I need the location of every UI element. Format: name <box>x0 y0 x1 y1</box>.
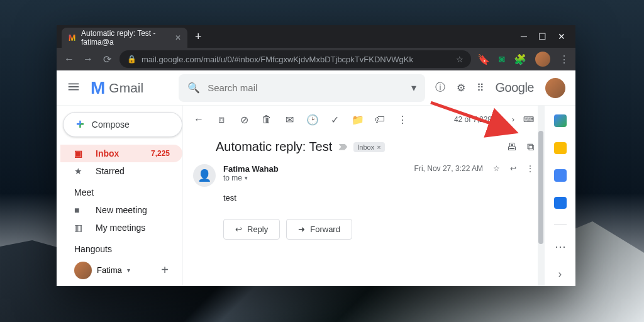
extension-icon-1[interactable]: 🔖 <box>477 53 490 65</box>
spam-icon[interactable]: ⊘ <box>238 114 250 126</box>
compose-label: Compose <box>92 119 130 130</box>
print-icon[interactable]: 🖶 <box>507 142 517 153</box>
open-new-window-icon[interactable]: ⧉ <box>527 142 534 153</box>
browser-tab[interactable]: M Automatic reply: Test - fatima@a ✕ <box>62 28 187 48</box>
search-options-icon[interactable]: ▾ <box>411 82 416 94</box>
new-tab-button[interactable]: + <box>195 30 202 43</box>
chevron-down-icon: ▾ <box>127 267 130 274</box>
gmail-logo[interactable]: M Gmail <box>91 78 143 98</box>
add-task-icon[interactable]: ✓ <box>329 114 340 126</box>
more-icon[interactable]: ⋮ <box>397 114 408 126</box>
email-more-icon[interactable]: ⋮ <box>526 164 534 173</box>
sidebar-item-new-meeting[interactable]: ■ New meeting <box>60 201 182 219</box>
hamburger-menu-icon[interactable] <box>67 80 80 96</box>
gmail-m-icon: M <box>91 78 105 98</box>
sidebar-item-inbox[interactable]: ▣ Inbox 7,225 <box>60 145 182 162</box>
addons-more-icon[interactable]: ⋯ <box>555 240 566 253</box>
gmail-body: + Compose ▣ Inbox 7,225 ★ Starred Meet ■… <box>57 106 575 286</box>
maximize-button[interactable]: ☐ <box>538 31 547 42</box>
header-right: ⓘ ⚙ ⠿ Google <box>435 78 566 98</box>
tasks-addon-icon[interactable] <box>554 169 567 182</box>
back-to-inbox-icon[interactable]: ← <box>193 114 204 125</box>
sender-to[interactable]: to me ▾ <box>223 174 407 182</box>
scrollbar[interactable] <box>538 106 544 286</box>
prev-email-icon[interactable]: ‹ <box>501 115 503 124</box>
mark-unread-icon[interactable]: ✉ <box>284 114 295 126</box>
label-chip[interactable]: Inbox × <box>353 142 384 152</box>
reload-button[interactable]: ⟳ <box>101 53 113 65</box>
email-counter: 42 of 7,228 <box>454 115 492 124</box>
sidebar: + Compose ▣ Inbox 7,225 ★ Starred Meet ■… <box>57 106 182 286</box>
chrome-menu-icon[interactable]: ⋮ <box>559 53 569 65</box>
google-logo: Google <box>496 80 535 95</box>
important-marker-icon[interactable] <box>338 144 347 150</box>
back-button[interactable]: ← <box>63 53 75 65</box>
archive-icon[interactable]: ⧈ <box>216 114 227 125</box>
minimize-button[interactable]: ─ <box>521 31 527 42</box>
hangouts-heading: Hangouts <box>60 236 182 258</box>
starred-label: Starred <box>96 166 125 176</box>
url-text: mail.google.com/mail/u/0/#inbox/FMfcgxwK… <box>142 55 413 64</box>
divider <box>554 224 567 225</box>
sender-name: Fatima Wahab <box>223 164 407 174</box>
compose-plus-icon: + <box>76 119 84 130</box>
calendar-addon-icon[interactable] <box>554 114 567 127</box>
forward-arrow-icon: ➜ <box>298 225 305 234</box>
bookmark-star-icon[interactable]: ☆ <box>456 55 464 64</box>
label-text: Inbox <box>357 143 374 151</box>
search-box[interactable]: 🔍 ▾ <box>179 74 425 102</box>
reply-row: ↩ Reply ➜ Forward <box>193 213 534 246</box>
label-remove-icon[interactable]: × <box>377 143 380 151</box>
hangouts-user-row[interactable]: Fatima ▾ + <box>60 258 182 283</box>
contacts-addon-icon[interactable] <box>554 197 567 209</box>
labels-icon[interactable]: 🏷 <box>374 114 386 125</box>
hangouts-username: Fatima <box>97 265 122 275</box>
subject-actions: 🖶 ⧉ <box>507 142 534 153</box>
extensions-menu-icon[interactable]: 🧩 <box>514 53 526 65</box>
sender-avatar[interactable]: 👤 <box>193 164 216 187</box>
window-controls: ─ ☐ ✕ <box>521 31 575 42</box>
chevron-down-icon: ▾ <box>245 175 248 181</box>
inbox-label: Inbox <box>96 148 119 158</box>
delete-icon[interactable]: 🗑 <box>261 114 272 125</box>
reply-label: Reply <box>247 225 268 234</box>
email-date: Fri, Nov 27, 3:22 AM <box>414 164 483 173</box>
url-input[interactable]: 🔒 mail.google.com/mail/u/0/#inbox/FMfcgx… <box>119 50 471 68</box>
video-icon: ■ <box>74 205 86 215</box>
extension-icons: 🔖 ◙ 🧩 ⋮ <box>477 52 569 67</box>
reply-icon[interactable]: ↩ <box>510 164 516 173</box>
email-content: Automatic reply: Test Inbox × 🖶 ⧉ 👤 <box>183 133 544 286</box>
email-body: test <box>193 189 534 213</box>
account-avatar[interactable] <box>545 78 565 98</box>
help-icon[interactable]: ⓘ <box>435 81 445 94</box>
address-bar: ← → ⟳ 🔒 mail.google.com/mail/u/0/#inbox/… <box>57 48 575 70</box>
tab-close-icon[interactable]: ✕ <box>175 33 181 42</box>
extension-icon-2[interactable]: ◙ <box>499 53 505 65</box>
next-email-icon[interactable]: › <box>512 115 514 124</box>
reply-button[interactable]: ↩ Reply <box>223 219 280 240</box>
keep-addon-icon[interactable] <box>554 142 567 155</box>
settings-gear-icon[interactable]: ⚙ <box>457 82 465 94</box>
star-icon: ★ <box>74 166 86 176</box>
main-area: ← ⧈ ⊘ 🗑 ✉ 🕑 ✓ 📁 🏷 ⋮ 42 of 7,228 ‹ › ⌨ <box>182 106 544 286</box>
sidebar-item-my-meetings[interactable]: ▥ My meetings <box>60 219 182 236</box>
hangouts-add-icon[interactable]: + <box>161 263 169 277</box>
forward-button[interactable]: ➜ Forward <box>286 219 352 240</box>
apps-grid-icon[interactable]: ⠿ <box>477 82 484 94</box>
close-window-button[interactable]: ✕ <box>558 31 565 42</box>
toolbar: ← ⧈ ⊘ 🗑 ✉ 🕑 ✓ 📁 🏷 ⋮ 42 of 7,228 ‹ › ⌨ <box>183 106 544 133</box>
sender-info: Fatima Wahab to me ▾ <box>223 164 407 182</box>
scrollbar-thumb[interactable] <box>538 131 543 244</box>
input-tools-icon[interactable]: ⌨ <box>523 115 534 124</box>
sidebar-item-starred[interactable]: ★ Starred <box>60 162 182 180</box>
search-icon: 🔍 <box>187 82 200 94</box>
move-to-icon[interactable]: 📁 <box>352 114 363 126</box>
star-email-icon[interactable]: ☆ <box>493 164 500 173</box>
snooze-icon[interactable]: 🕑 <box>306 114 318 126</box>
chrome-profile-avatar[interactable] <box>535 52 550 67</box>
search-input[interactable] <box>208 82 403 93</box>
compose-button[interactable]: + Compose <box>63 112 182 137</box>
collapse-panel-icon[interactable]: › <box>558 269 562 280</box>
email-subject: Automatic reply: Test <box>216 140 332 154</box>
forward-button[interactable]: → <box>82 53 94 65</box>
